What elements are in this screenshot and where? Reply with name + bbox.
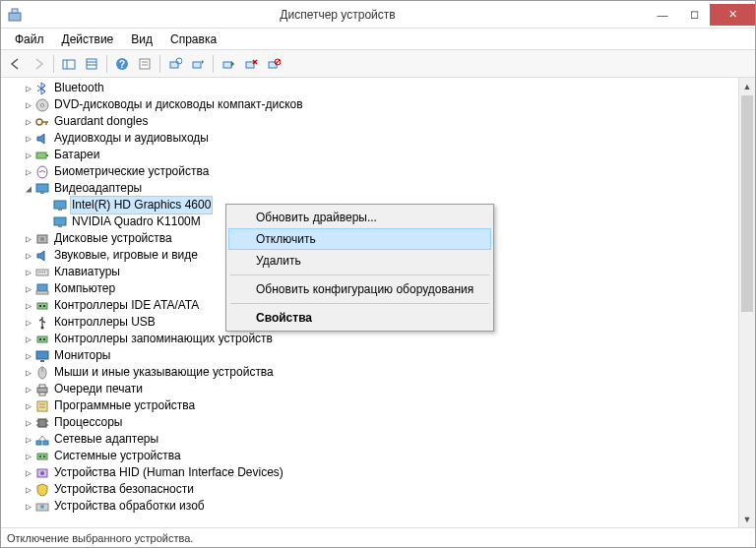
help-button[interactable]: ? — [111, 53, 133, 75]
expander-icon[interactable]: ▷ — [23, 264, 34, 280]
expander-icon[interactable]: ▷ — [23, 96, 34, 113]
expander-icon[interactable]: ▷ — [23, 481, 34, 498]
expander-icon[interactable]: ▷ — [23, 130, 34, 147]
svg-rect-51 — [43, 338, 45, 340]
tree-node[interactable]: ▷Guardant dongles — [1, 113, 738, 130]
svg-rect-57 — [39, 385, 45, 388]
svg-rect-1 — [12, 9, 18, 13]
tree-node[interactable]: ▷Контроллеры запоминающих устройств — [1, 331, 738, 347]
usb-icon — [34, 315, 50, 331]
scroll-up-button[interactable]: ▲ — [739, 78, 755, 94]
menu-action[interactable]: Действие — [54, 30, 122, 48]
expander-icon[interactable]: ▷ — [23, 280, 34, 297]
vertical-scrollbar[interactable]: ▲ ▼ — [738, 78, 755, 527]
key-icon — [34, 114, 50, 130]
svg-line-69 — [38, 436, 42, 441]
menu-view[interactable]: Вид — [123, 30, 160, 48]
expander-icon[interactable]: ◢ — [23, 180, 34, 197]
dvd-icon — [34, 97, 50, 113]
svg-rect-14 — [193, 62, 201, 68]
mouse-icon — [34, 365, 50, 381]
back-button[interactable] — [5, 53, 27, 75]
tree-node[interactable]: ▷Биометрические устройства — [1, 163, 738, 180]
expander-icon[interactable]: ▷ — [23, 247, 34, 264]
tree-node[interactable]: ▷Bluetooth — [1, 80, 738, 96]
scroll-down-button[interactable]: ▼ — [739, 511, 755, 527]
tree-node-label: Звуковые, игровые и виде — [52, 247, 200, 264]
expander-icon[interactable]: ▷ — [23, 498, 34, 515]
expander-icon[interactable]: ▷ — [23, 364, 34, 381]
tree-node-label: Очереди печати — [52, 381, 145, 397]
expander-icon[interactable]: ▷ — [23, 297, 34, 314]
enable-button[interactable] — [218, 53, 239, 75]
svg-rect-49 — [37, 336, 47, 342]
tree-node-label: Программные устройства — [52, 397, 197, 414]
expander-icon[interactable]: ▷ — [23, 113, 34, 130]
tree-node-label: Аудиовходы и аудиовыходы — [52, 130, 211, 147]
tree-node-label: Устройства обработки изоб — [52, 498, 207, 515]
tree-node[interactable]: ▷Системные устройства — [1, 448, 738, 464]
forward-button[interactable] — [28, 53, 49, 75]
cm-delete[interactable]: Удалить — [228, 250, 491, 272]
svg-rect-9 — [140, 59, 150, 69]
toolbar: ? — [1, 50, 755, 78]
context-menu: Обновить драйверы... Отключить Удалить О… — [225, 204, 494, 332]
svg-rect-28 — [46, 154, 48, 156]
uninstall-button[interactable] — [240, 53, 262, 75]
expander-icon[interactable]: ▷ — [23, 80, 34, 96]
cm-properties[interactable]: Свойства — [228, 307, 491, 329]
minimize-button[interactable]: — — [647, 4, 678, 26]
tree-node[interactable]: ▷Мыши и иные указывающие устройства — [1, 364, 738, 381]
expander-icon[interactable]: ▷ — [23, 464, 34, 481]
expander-icon[interactable]: ▷ — [23, 147, 34, 163]
expander-icon[interactable]: ▷ — [23, 397, 34, 414]
expander-icon[interactable]: ▷ — [23, 347, 34, 364]
list-button[interactable] — [81, 53, 102, 75]
expander-icon[interactable]: ▷ — [23, 381, 34, 397]
menu-help[interactable]: Справка — [162, 30, 224, 48]
svg-rect-2 — [63, 60, 75, 69]
svg-text:?: ? — [119, 59, 125, 70]
tree-node[interactable]: ▷DVD-дисководы и дисководы компакт-диско… — [1, 96, 738, 113]
close-button[interactable]: ✕ — [710, 4, 755, 26]
tree-node[interactable]: ▷Устройства HID (Human Interface Devices… — [1, 464, 738, 481]
disable-button[interactable] — [263, 53, 284, 75]
properties-button[interactable] — [134, 53, 156, 75]
expander-icon[interactable]: ▷ — [23, 414, 34, 431]
tree-node[interactable]: ▷Очереди печати — [1, 381, 738, 397]
cm-update-drivers[interactable]: Обновить драйверы... — [228, 207, 491, 228]
tree-node[interactable]: ▷Сетевые адаптеры — [1, 431, 738, 448]
tree-node[interactable]: ▷Процессоры — [1, 414, 738, 431]
expander-icon[interactable]: ▷ — [23, 163, 34, 180]
tree-node[interactable]: ▷Батареи — [1, 147, 738, 163]
update-driver-button[interactable] — [187, 53, 209, 75]
scroll-thumb[interactable] — [741, 95, 753, 312]
show-hidden-button[interactable] — [58, 53, 80, 75]
cm-refresh[interactable]: Обновить конфигурацию оборудования — [228, 278, 491, 300]
tree-node[interactable]: ▷Программные устройства — [1, 397, 738, 414]
tree-node[interactable]: ▷Устройства обработки изоб — [1, 498, 738, 515]
tree-node-label: Устройства HID (Human Interface Devices) — [52, 464, 285, 481]
tree-node[interactable]: ▷Мониторы — [1, 347, 738, 364]
cpu-icon — [34, 415, 50, 431]
tree-node-label: Сетевые адаптеры — [52, 431, 160, 448]
cm-disable[interactable]: Отключить — [228, 228, 491, 250]
tree-node-label: Мониторы — [52, 347, 112, 364]
tree-node[interactable]: ▷Устройства безопасности — [1, 481, 738, 498]
display-icon — [52, 198, 68, 213]
maximize-button[interactable]: ◻ — [678, 4, 710, 26]
expander-icon[interactable]: ▷ — [23, 431, 34, 448]
expander-icon[interactable]: ▷ — [23, 448, 34, 464]
menu-file[interactable]: Файл — [7, 30, 52, 48]
svg-point-29 — [37, 166, 47, 178]
svg-rect-19 — [269, 62, 277, 68]
tree-node[interactable]: ▷Аудиовходы и аудиовыходы — [1, 130, 738, 147]
tree-node-label: Устройства безопасности — [52, 481, 196, 498]
expander-icon[interactable]: ▷ — [23, 331, 34, 347]
svg-rect-34 — [54, 217, 66, 225]
scan-button[interactable] — [164, 53, 186, 75]
expander-icon[interactable]: ▷ — [23, 230, 34, 247]
expander-icon[interactable]: ▷ — [23, 314, 34, 331]
tree-node[interactable]: ◢Видеоадаптеры — [1, 180, 738, 197]
svg-rect-31 — [40, 192, 44, 194]
